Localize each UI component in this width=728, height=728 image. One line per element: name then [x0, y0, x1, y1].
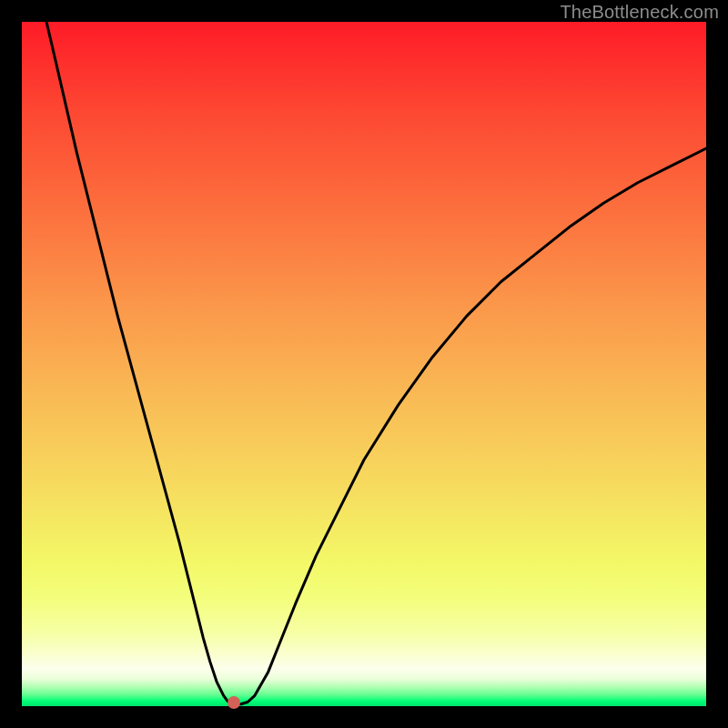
chart-frame: TheBottleneck.com [0, 0, 728, 728]
bottleneck-curve [22, 22, 706, 706]
plot-area [22, 22, 706, 706]
watermark-label: TheBottleneck.com [560, 2, 719, 23]
minimum-marker-dot [228, 696, 240, 709]
